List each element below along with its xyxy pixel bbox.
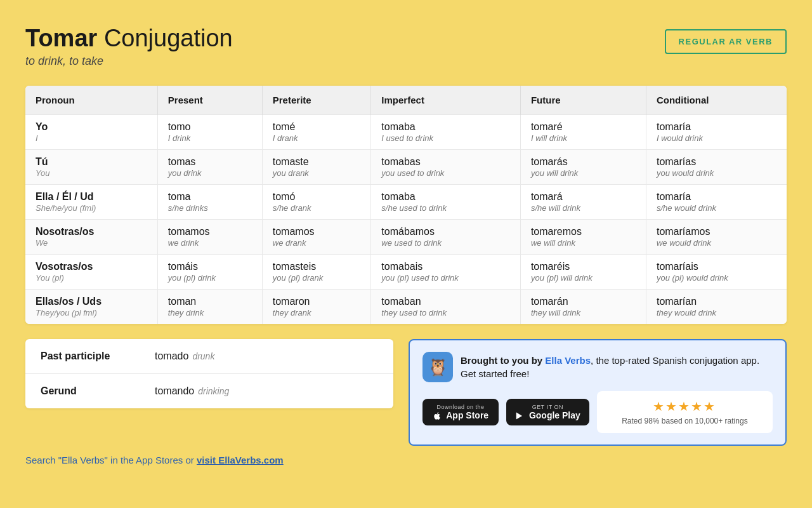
past-participle-value: tomadodrunk bbox=[155, 351, 214, 362]
col-future: Future bbox=[520, 86, 646, 115]
table-row: Nosotras/osWetomamoswe drinktomamoswe dr… bbox=[25, 219, 787, 254]
table-cell: tomaránthey will drink bbox=[520, 289, 646, 324]
table-cell: tomáisyou (pl) drink bbox=[157, 254, 262, 289]
footer-search: Search "Ella Verbs" in the App Stores or… bbox=[25, 455, 787, 465]
table-cell: TúYou bbox=[25, 149, 157, 184]
table-row: Ellas/os / UdsThey/you (pl fml)tomanthey… bbox=[25, 289, 787, 324]
table-cell: tomarías/he would drink bbox=[646, 184, 787, 219]
table-cell: tomaríanthey would drink bbox=[646, 289, 787, 324]
past-participle-row: Past participle tomadodrunk bbox=[25, 339, 393, 374]
table-cell: tomabanthey used to drink bbox=[371, 289, 521, 324]
ella-verbs-website-link[interactable]: visit EllaVerbs.com bbox=[197, 455, 284, 465]
table-cell: tomabaI used to drink bbox=[371, 114, 521, 149]
table-row: Ella / Él / UdShe/he/you (fml)tomas/he d… bbox=[25, 184, 787, 219]
table-cell: tomamoswe drank bbox=[262, 219, 371, 254]
table-cell: tomabaisyou (pl) used to drink bbox=[371, 254, 521, 289]
gerund-value: tomandodrinking bbox=[155, 385, 229, 397]
table-cell: tomas/he drinks bbox=[157, 184, 262, 219]
table-cell: tomasteisyou (pl) drank bbox=[262, 254, 371, 289]
table-cell: tomanthey drink bbox=[157, 289, 262, 324]
table-cell: tomoI drink bbox=[157, 114, 262, 149]
table-cell: Vosotras/osYou (pl) bbox=[25, 254, 157, 289]
table-cell: Ella / Él / UdShe/he/you (fml) bbox=[25, 184, 157, 219]
google-play-button[interactable]: GET IT ON Google Play bbox=[506, 399, 589, 425]
promo-description: Brought to you by Ella Verbs, the top-ra… bbox=[461, 354, 773, 380]
participle-table: Past participle tomadodrunk Gerund toman… bbox=[25, 339, 393, 408]
table-cell: tomamoswe drink bbox=[157, 219, 262, 254]
gerund-label: Gerund bbox=[41, 385, 155, 397]
app-store-large-text: App Store bbox=[433, 410, 488, 420]
table-cell: tomarás/he will drink bbox=[520, 184, 646, 219]
svg-text:🦉: 🦉 bbox=[428, 357, 449, 377]
verb-type-badge: REGULAR AR VERB bbox=[665, 29, 787, 54]
col-pronoun: Pronoun bbox=[25, 86, 157, 115]
col-preterite: Preterite bbox=[262, 86, 371, 115]
table-body: YoItomoI drinktoméI dranktomabaI used to… bbox=[25, 114, 787, 324]
rating-box: ★★★★★ Rated 98% based on 10,000+ ratings bbox=[597, 391, 773, 433]
table-cell: tomarásyou will drink bbox=[520, 149, 646, 184]
table-cell: tomábamoswe used to drink bbox=[371, 219, 521, 254]
table-row: Vosotras/osYou (pl)tomáisyou (pl) drinkt… bbox=[25, 254, 787, 289]
promo-box: 🦉 Brought to you by Ella Verbs, the top-… bbox=[409, 339, 787, 446]
page-title: Tomar Conjugation bbox=[25, 25, 233, 52]
table-cell: tomaremoswe will drink bbox=[520, 219, 646, 254]
table-cell: tomaríaisyou (pl) would drink bbox=[646, 254, 787, 289]
table-row: YoItomoI drinktoméI dranktomabaI used to… bbox=[25, 114, 787, 149]
table-cell: YoI bbox=[25, 114, 157, 149]
promo-buttons: Download on the App Store GET IT ON Goog… bbox=[422, 391, 773, 433]
col-conditional: Conditional bbox=[646, 86, 787, 115]
table-header: Pronoun Present Preterite Imperfect Futu… bbox=[25, 86, 787, 115]
table-cell: Ellas/os / UdsThey/you (pl fml) bbox=[25, 289, 157, 324]
star-rating: ★★★★★ bbox=[653, 399, 716, 414]
app-store-button[interactable]: Download on the App Store bbox=[422, 399, 499, 425]
table-cell: tomaréisyou (pl) will drink bbox=[520, 254, 646, 289]
table-cell: tomaríamoswe would drink bbox=[646, 219, 787, 254]
table-row: TúYoutomasyou drinktomasteyou dranktomab… bbox=[25, 149, 787, 184]
table-cell: tomasyou drink bbox=[157, 149, 262, 184]
table-cell: tomabas/he used to drink bbox=[371, 184, 521, 219]
google-play-small-text: GET IT ON bbox=[532, 404, 563, 410]
conjugation-table: Pronoun Present Preterite Imperfect Futu… bbox=[25, 86, 787, 324]
table-cell: tomaronthey drank bbox=[262, 289, 371, 324]
ella-verbs-link[interactable]: Ella Verbs bbox=[545, 355, 591, 366]
col-present: Present bbox=[157, 86, 262, 115]
google-play-large-text: Google Play bbox=[515, 410, 580, 420]
page-header: Tomar Conjugation to drink, to take REGU… bbox=[25, 25, 787, 68]
rating-text: Rated 98% based on 10,000+ ratings bbox=[622, 417, 747, 425]
table-cell: tomaríasyou would drink bbox=[646, 149, 787, 184]
table-cell: tomaríaI would drink bbox=[646, 114, 787, 149]
table-cell: toméI drank bbox=[262, 114, 371, 149]
title-block: Tomar Conjugation to drink, to take bbox=[25, 25, 233, 68]
page-subtitle: to drink, to take bbox=[25, 55, 233, 68]
past-participle-label: Past participle bbox=[41, 351, 155, 362]
table-cell: Nosotras/osWe bbox=[25, 219, 157, 254]
table-cell: tomasteyou drank bbox=[262, 149, 371, 184]
app-store-small-text: Download on the bbox=[436, 404, 484, 410]
table-cell: tomós/he drank bbox=[262, 184, 371, 219]
col-imperfect: Imperfect bbox=[371, 86, 521, 115]
app-icon: 🦉 bbox=[422, 352, 453, 382]
table-cell: tomaréI will drink bbox=[520, 114, 646, 149]
gerund-row: Gerund tomandodrinking bbox=[25, 374, 393, 408]
bottom-section: Past participle tomadodrunk Gerund toman… bbox=[25, 339, 787, 446]
promo-header: 🦉 Brought to you by Ella Verbs, the top-… bbox=[422, 352, 773, 382]
table-cell: tomabasyou used to drink bbox=[371, 149, 521, 184]
